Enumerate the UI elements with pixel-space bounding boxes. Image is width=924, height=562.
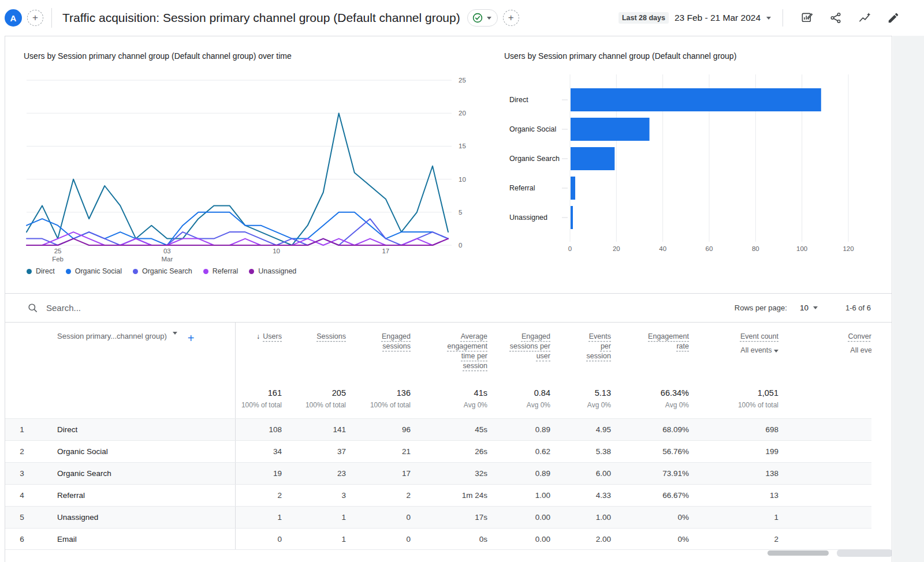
charts-section: Users by Session primary channel group (… xyxy=(5,36,892,294)
svg-text:Organic Social: Organic Social xyxy=(509,125,556,133)
table-row: 5Unassigned11017s0.001.000%1 xyxy=(5,506,871,528)
svg-text:120: 120 xyxy=(843,245,854,252)
totals-value: 5.13 xyxy=(562,388,611,398)
svg-text:25: 25 xyxy=(54,248,62,254)
column-header-label: Engaged sessions per user xyxy=(508,332,550,361)
table-cell: 5.38 xyxy=(560,441,620,462)
users-by-channel-bar-chart: 020406080100120DirectOrganic SocialOrgan… xyxy=(498,70,892,261)
avatar[interactable]: A xyxy=(5,9,22,27)
table-cell: 73.91% xyxy=(620,463,698,484)
svg-text:Direct: Direct xyxy=(509,96,528,104)
add-comparison-button[interactable]: + xyxy=(27,10,43,26)
search-input[interactable] xyxy=(46,303,219,313)
column-header-event-count[interactable]: Event countAll events xyxy=(698,323,788,383)
legend-dot xyxy=(133,269,138,274)
dimension-column-header[interactable]: Session primary...channel group)+ xyxy=(39,323,235,383)
svg-text:10: 10 xyxy=(273,248,280,254)
column-header-label: Conversions xyxy=(848,332,871,342)
table-cell: 0s xyxy=(420,529,497,549)
table-cell: 2 xyxy=(235,485,291,506)
channel-name: Organic Search xyxy=(39,463,235,484)
chevron-down-icon[interactable] xyxy=(813,306,818,309)
search-icon[interactable] xyxy=(27,302,38,313)
svg-text:10: 10 xyxy=(459,176,466,183)
chevron-down-icon[interactable] xyxy=(774,350,778,353)
table-cell: 108 xyxy=(235,419,291,440)
svg-text:25: 25 xyxy=(459,77,466,84)
row-number-header xyxy=(5,323,39,383)
table-cell: 0.89 xyxy=(497,419,560,440)
table-cell: 0 xyxy=(355,507,420,528)
totals-caption: Avg 0% xyxy=(623,401,689,409)
row-number: 3 xyxy=(5,463,39,484)
sort-descending-icon[interactable]: ↓ xyxy=(256,332,260,342)
column-header-label: Sessions xyxy=(316,332,346,342)
table-cell: 0 xyxy=(235,529,291,549)
table-cell: 698 xyxy=(698,419,788,440)
table-row: 1Direct1081419645s0.894.9568.09%698 xyxy=(5,418,871,440)
svg-text:60: 60 xyxy=(706,245,713,252)
legend-item[interactable]: Organic Search xyxy=(133,267,192,275)
add-dimension-icon[interactable]: + xyxy=(188,332,195,345)
horizontal-scrollbar-thumb[interactable] xyxy=(767,550,829,556)
event-filter-select[interactable]: All events xyxy=(790,346,871,355)
legend-label: Direct xyxy=(36,267,55,275)
table-cell: 0.00 xyxy=(497,529,560,549)
divider xyxy=(51,8,52,28)
totals-cell: 1,051100% of total xyxy=(698,383,788,418)
column-header-engaged-sessions[interactable]: Engaged sessions xyxy=(355,323,420,383)
event-filter-select[interactable]: All events xyxy=(701,346,778,355)
chevron-down-icon[interactable] xyxy=(173,332,177,335)
legend-item[interactable]: Referral xyxy=(203,267,238,275)
row-number: 1 xyxy=(5,419,39,440)
legend-label: Unassigned xyxy=(258,267,296,275)
totals-value: 66.34% xyxy=(623,388,689,398)
add-tab-button[interactable]: + xyxy=(503,10,519,26)
table-cell: 2 xyxy=(355,485,420,506)
dimension-header-label: Session primary...channel group) xyxy=(57,332,167,340)
edit-icon[interactable] xyxy=(886,11,900,25)
rows-per-page-select[interactable]: 10 xyxy=(800,304,808,312)
chevron-down-icon[interactable] xyxy=(766,17,771,20)
legend-label: Referral xyxy=(213,267,238,275)
table-cell: 66.67% xyxy=(620,485,698,506)
column-header-label: Engagement rate xyxy=(636,332,689,351)
scrollbar-track[interactable] xyxy=(837,549,892,557)
totals-blank xyxy=(5,383,39,418)
totals-caption: 100% of total xyxy=(293,401,346,409)
column-header-events-per-session[interactable]: Events per session xyxy=(560,323,620,383)
chart-legend: DirectOrganic SocialOrganic SearchReferr… xyxy=(27,267,296,275)
column-header-engaged-sessions-per-user[interactable]: Engaged sessions per user xyxy=(497,323,560,383)
table-cell: 1 xyxy=(291,529,355,549)
column-header-label: Engaged sessions xyxy=(370,332,411,351)
channel-name: Referral xyxy=(39,485,235,506)
column-header-sessions[interactable]: Sessions xyxy=(291,323,355,383)
column-header-average-engagement-time-per-session[interactable]: Average engagement time per session xyxy=(420,323,497,383)
table-cell: 6.00 xyxy=(560,463,620,484)
legend-item[interactable]: Direct xyxy=(27,267,55,275)
rows-per-page-label: Rows per page: xyxy=(735,304,787,312)
customize-report-button[interactable] xyxy=(800,11,814,25)
column-header-conversions[interactable]: ConversionsAll events xyxy=(788,323,871,383)
legend-item[interactable]: Organic Social xyxy=(66,267,122,275)
svg-text:03: 03 xyxy=(163,248,171,254)
divider xyxy=(783,9,783,27)
svg-text:Unassigned: Unassigned xyxy=(509,213,547,222)
svg-text:Organic Search: Organic Search xyxy=(509,155,560,163)
column-header-users[interactable]: ↓Users xyxy=(235,323,291,383)
column-header-engagement-rate[interactable]: Engagement rate xyxy=(620,323,698,383)
channel-name: Organic Social xyxy=(39,441,235,462)
legend-item[interactable]: Unassigned xyxy=(249,267,296,275)
date-range-picker[interactable]: 23 Feb - 21 Mar 2024 xyxy=(675,13,761,23)
share-icon[interactable] xyxy=(829,11,843,25)
channel-name: Email xyxy=(39,529,235,549)
page-gutter xyxy=(893,36,924,562)
line-chart-title: Users by Session primary channel group (… xyxy=(24,51,292,61)
table-toolbar: Rows per page: 10 1-6 of 6 xyxy=(5,294,892,323)
insights-icon[interactable] xyxy=(858,11,871,25)
report-saved-status[interactable] xyxy=(467,9,498,27)
table-header-row: Session primary...channel group)+↓UsersS… xyxy=(5,323,871,383)
table-cell: 0% xyxy=(620,529,698,549)
column-header-label: Users xyxy=(263,332,282,342)
table-cell: 56.76% xyxy=(620,441,698,462)
